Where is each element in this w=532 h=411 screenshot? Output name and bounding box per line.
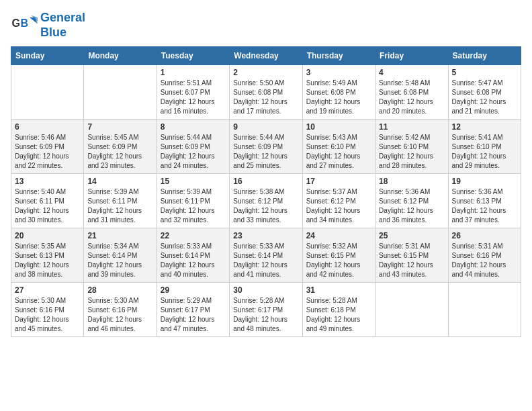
calendar-cell: 9Sunrise: 5:44 AMSunset: 6:09 PMDaylight… <box>230 120 302 174</box>
day-info: Sunrise: 5:45 AMSunset: 6:09 PMDaylight:… <box>87 133 152 171</box>
calendar-cell: 13Sunrise: 5:40 AMSunset: 6:11 PMDayligh… <box>11 174 84 228</box>
day-number: 31 <box>306 285 371 295</box>
calendar-cell: 12Sunrise: 5:41 AMSunset: 6:10 PMDayligh… <box>448 120 521 174</box>
day-info: Sunrise: 5:47 AMSunset: 6:08 PMDaylight:… <box>452 79 517 116</box>
day-number: 11 <box>379 122 444 132</box>
calendar-table: SundayMondayTuesdayWednesdayThursdayFrid… <box>11 46 521 337</box>
logo-text: General Blue <box>40 11 85 40</box>
column-header-friday: Friday <box>375 47 448 65</box>
column-header-sunday: Sunday <box>11 47 84 65</box>
day-number: 30 <box>233 285 298 295</box>
day-info: Sunrise: 5:35 AMSunset: 6:13 PMDaylight:… <box>15 242 80 279</box>
day-info: Sunrise: 5:37 AMSunset: 6:12 PMDaylight:… <box>306 187 371 225</box>
day-info: Sunrise: 5:46 AMSunset: 6:09 PMDaylight:… <box>15 133 80 171</box>
day-info: Sunrise: 5:39 AMSunset: 6:11 PMDaylight:… <box>87 187 152 225</box>
calendar-cell: 19Sunrise: 5:36 AMSunset: 6:13 PMDayligh… <box>448 174 521 228</box>
logo: G B General Blue <box>11 11 85 40</box>
calendar-cell: 10Sunrise: 5:43 AMSunset: 6:10 PMDayligh… <box>302 120 375 174</box>
calendar-cell: 1Sunrise: 5:51 AMSunset: 6:07 PMDaylight… <box>157 65 229 120</box>
column-header-tuesday: Tuesday <box>157 47 229 65</box>
day-number: 18 <box>379 177 444 186</box>
day-info: Sunrise: 5:41 AMSunset: 6:10 PMDaylight:… <box>452 133 517 171</box>
logo-icon: G B <box>11 12 38 39</box>
day-info: Sunrise: 5:49 AMSunset: 6:08 PMDaylight:… <box>306 79 371 116</box>
day-info: Sunrise: 5:28 AMSunset: 6:18 PMDaylight:… <box>306 296 371 334</box>
day-info: Sunrise: 5:30 AMSunset: 6:16 PMDaylight:… <box>87 296 152 334</box>
calendar-cell: 14Sunrise: 5:39 AMSunset: 6:11 PMDayligh… <box>84 174 157 228</box>
day-number: 21 <box>87 231 152 240</box>
week-row-1: 6Sunrise: 5:46 AMSunset: 6:09 PMDaylight… <box>11 120 521 174</box>
calendar-cell: 5Sunrise: 5:47 AMSunset: 6:08 PMDaylight… <box>448 65 521 120</box>
calendar-cell: 8Sunrise: 5:44 AMSunset: 6:09 PMDaylight… <box>157 120 229 174</box>
day-info: Sunrise: 5:40 AMSunset: 6:11 PMDaylight:… <box>15 187 80 225</box>
svg-text:G: G <box>12 17 20 29</box>
day-info: Sunrise: 5:31 AMSunset: 6:15 PMDaylight:… <box>379 242 444 279</box>
week-row-4: 27Sunrise: 5:30 AMSunset: 6:16 PMDayligh… <box>11 283 521 337</box>
day-number: 29 <box>161 285 226 295</box>
day-info: Sunrise: 5:44 AMSunset: 6:09 PMDaylight:… <box>233 133 298 171</box>
day-info: Sunrise: 5:51 AMSunset: 6:07 PMDaylight:… <box>161 79 226 116</box>
calendar-cell: 20Sunrise: 5:35 AMSunset: 6:13 PMDayligh… <box>11 228 84 283</box>
day-number: 22 <box>161 231 226 240</box>
day-number: 26 <box>452 231 517 240</box>
day-number: 10 <box>306 122 371 132</box>
day-number: 13 <box>15 177 80 186</box>
calendar-header-row: SundayMondayTuesdayWednesdayThursdayFrid… <box>11 47 521 65</box>
day-info: Sunrise: 5:33 AMSunset: 6:14 PMDaylight:… <box>161 242 226 279</box>
day-info: Sunrise: 5:33 AMSunset: 6:14 PMDaylight:… <box>233 242 298 279</box>
calendar-cell <box>11 65 84 120</box>
day-number: 19 <box>452 177 517 186</box>
calendar-cell: 11Sunrise: 5:42 AMSunset: 6:10 PMDayligh… <box>375 120 448 174</box>
day-number: 7 <box>87 122 152 132</box>
calendar-cell <box>375 283 448 337</box>
column-header-monday: Monday <box>84 47 157 65</box>
day-number: 3 <box>306 68 371 77</box>
day-number: 4 <box>379 68 444 77</box>
svg-text:B: B <box>20 17 28 29</box>
column-header-wednesday: Wednesday <box>230 47 302 65</box>
calendar-cell: 31Sunrise: 5:28 AMSunset: 6:18 PMDayligh… <box>302 283 375 337</box>
calendar-cell: 27Sunrise: 5:30 AMSunset: 6:16 PMDayligh… <box>11 283 84 337</box>
calendar-cell: 29Sunrise: 5:29 AMSunset: 6:17 PMDayligh… <box>157 283 229 337</box>
day-info: Sunrise: 5:34 AMSunset: 6:14 PMDaylight:… <box>87 242 152 279</box>
calendar-cell: 17Sunrise: 5:37 AMSunset: 6:12 PMDayligh… <box>302 174 375 228</box>
calendar-cell <box>84 65 157 120</box>
day-number: 24 <box>306 231 371 240</box>
week-row-2: 13Sunrise: 5:40 AMSunset: 6:11 PMDayligh… <box>11 174 521 228</box>
calendar-cell: 22Sunrise: 5:33 AMSunset: 6:14 PMDayligh… <box>157 228 229 283</box>
day-number: 5 <box>452 68 517 77</box>
day-number: 28 <box>87 285 152 295</box>
day-info: Sunrise: 5:48 AMSunset: 6:08 PMDaylight:… <box>379 79 444 116</box>
week-row-0: 1Sunrise: 5:51 AMSunset: 6:07 PMDaylight… <box>11 65 521 120</box>
calendar-cell: 2Sunrise: 5:50 AMSunset: 6:08 PMDaylight… <box>230 65 302 120</box>
calendar-cell: 25Sunrise: 5:31 AMSunset: 6:15 PMDayligh… <box>375 228 448 283</box>
calendar-cell: 30Sunrise: 5:28 AMSunset: 6:17 PMDayligh… <box>230 283 302 337</box>
day-number: 20 <box>15 231 80 240</box>
day-info: Sunrise: 5:30 AMSunset: 6:16 PMDaylight:… <box>15 296 80 334</box>
calendar-cell: 4Sunrise: 5:48 AMSunset: 6:08 PMDaylight… <box>375 65 448 120</box>
day-info: Sunrise: 5:39 AMSunset: 6:11 PMDaylight:… <box>161 187 226 225</box>
day-info: Sunrise: 5:43 AMSunset: 6:10 PMDaylight:… <box>306 133 371 171</box>
calendar-cell: 28Sunrise: 5:30 AMSunset: 6:16 PMDayligh… <box>84 283 157 337</box>
calendar-cell: 21Sunrise: 5:34 AMSunset: 6:14 PMDayligh… <box>84 228 157 283</box>
column-header-thursday: Thursday <box>302 47 375 65</box>
day-number: 23 <box>233 231 298 240</box>
day-number: 8 <box>161 122 226 132</box>
day-info: Sunrise: 5:38 AMSunset: 6:12 PMDaylight:… <box>233 187 298 225</box>
week-row-3: 20Sunrise: 5:35 AMSunset: 6:13 PMDayligh… <box>11 228 521 283</box>
day-number: 17 <box>306 177 371 186</box>
calendar-cell: 26Sunrise: 5:31 AMSunset: 6:16 PMDayligh… <box>448 228 521 283</box>
day-info: Sunrise: 5:28 AMSunset: 6:17 PMDaylight:… <box>233 296 298 334</box>
day-number: 1 <box>161 68 226 77</box>
calendar-cell: 15Sunrise: 5:39 AMSunset: 6:11 PMDayligh… <box>157 174 229 228</box>
day-number: 12 <box>452 122 517 132</box>
calendar-cell: 18Sunrise: 5:36 AMSunset: 6:12 PMDayligh… <box>375 174 448 228</box>
column-header-saturday: Saturday <box>448 47 521 65</box>
day-info: Sunrise: 5:29 AMSunset: 6:17 PMDaylight:… <box>161 296 226 334</box>
day-number: 9 <box>233 122 298 132</box>
day-number: 27 <box>15 285 80 295</box>
calendar-cell: 6Sunrise: 5:46 AMSunset: 6:09 PMDaylight… <box>11 120 84 174</box>
calendar-cell: 23Sunrise: 5:33 AMSunset: 6:14 PMDayligh… <box>230 228 302 283</box>
day-number: 25 <box>379 231 444 240</box>
day-number: 2 <box>233 68 298 77</box>
